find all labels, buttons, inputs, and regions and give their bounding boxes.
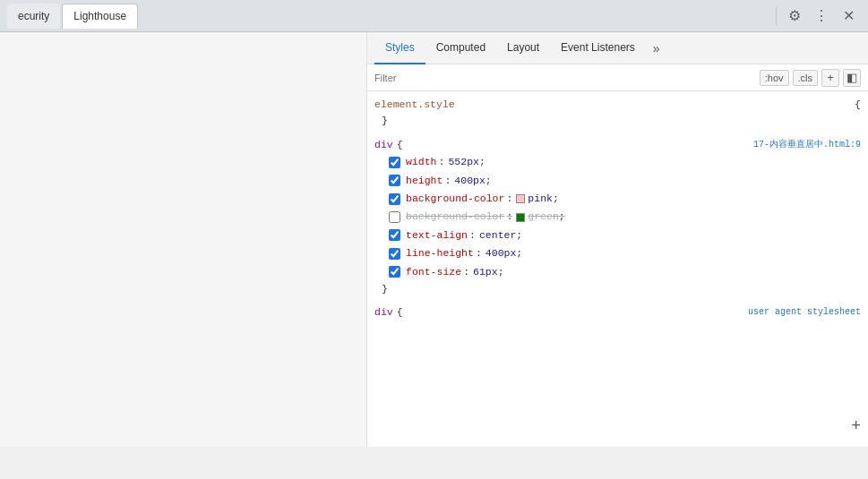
div-rule-2-header: div { user agent stylesheet <box>374 304 861 321</box>
font-size-value: 61px <box>473 264 498 280</box>
devtools-panel: Styles Computed Layout Event Listeners »… <box>367 32 868 447</box>
left-panel <box>0 32 367 447</box>
text-align-checkbox[interactable] <box>389 229 400 241</box>
line-height-colon: : <box>476 245 482 261</box>
bg-color-pink-checkbox[interactable] <box>389 193 400 205</box>
tab-more[interactable]: » <box>646 32 667 64</box>
tab-lighthouse[interactable]: Lighthouse <box>62 4 138 29</box>
div-brace-open: { <box>397 137 403 153</box>
div-rule-header: div { 17-内容垂直居中.html:9 <box>374 137 861 153</box>
line-height-value: 400px <box>486 245 517 261</box>
tab-security[interactable]: ecurity <box>7 4 60 29</box>
close-icon: ✕ <box>843 7 855 24</box>
property-row-line-height: line-height : 400px ; <box>374 244 861 262</box>
div-rule-close: } <box>374 281 861 301</box>
div-rule-2-source[interactable]: user agent stylesheet <box>748 305 861 320</box>
main-content: Styles Computed Layout Event Listeners »… <box>0 32 868 447</box>
bg-color-green-colon: : <box>506 209 512 225</box>
bg-color-green-value: green <box>516 209 559 225</box>
tab-security-label: ecurity <box>18 10 49 22</box>
toolbar-divider <box>776 7 777 25</box>
width-semicolon: ; <box>479 154 486 170</box>
close-button[interactable]: ✕ <box>836 4 861 29</box>
text-align-colon: : <box>469 227 476 244</box>
hov-button[interactable]: :hov <box>760 70 789 86</box>
height-prop-value: 400px <box>454 173 486 189</box>
more-tabs-icon: » <box>653 41 660 56</box>
green-color-swatch <box>516 213 525 222</box>
element-style-selector: element.style <box>374 97 455 113</box>
styles-content: element.style { } div { 17-内容垂直居中.html:9 <box>367 91 868 447</box>
font-size-name: font-size <box>406 264 461 280</box>
height-checkbox[interactable] <box>389 175 400 186</box>
width-prop-name: width <box>406 154 437 170</box>
toggle-button[interactable]: ◧ <box>843 69 861 87</box>
element-style-header: element.style { <box>374 97 861 113</box>
font-size-colon: : <box>463 264 469 280</box>
devtools-tabs: Styles Computed Layout Event Listeners » <box>367 32 868 64</box>
bg-color-pink-semicolon: ; <box>553 191 559 207</box>
width-checkbox[interactable] <box>389 157 400 168</box>
width-prop-value: 552px <box>448 154 479 170</box>
filter-input[interactable] <box>374 73 760 83</box>
hov-label: :hov <box>765 73 784 83</box>
tab-computed[interactable]: Computed <box>425 32 496 64</box>
height-colon: : <box>444 173 451 189</box>
bg-color-pink-colon: : <box>506 191 512 207</box>
more-icon: ⋮ <box>814 7 829 24</box>
tab-styles-label: Styles <box>385 41 415 54</box>
left-panel-content <box>0 32 366 447</box>
pink-color-swatch <box>516 194 525 203</box>
add-rule-button[interactable]: + <box>851 414 861 440</box>
filter-buttons: :hov .cls + ◧ <box>760 69 861 87</box>
property-row-width: width : 552px ; <box>374 153 861 171</box>
line-height-semicolon: ; <box>516 245 522 261</box>
bg-color-green-name: background-color <box>406 209 504 225</box>
div-rule-2: div { user agent stylesheet <box>367 303 868 322</box>
div-selector-2: div <box>374 304 393 321</box>
property-row-text-align: text-align : center ; <box>374 227 861 244</box>
line-height-checkbox[interactable] <box>389 248 400 260</box>
element-style-rule: element.style { } <box>367 95 868 135</box>
tab-styles[interactable]: Styles <box>374 32 425 64</box>
div-rule-source[interactable]: 17-内容垂直居中.html:9 <box>753 138 861 152</box>
font-size-checkbox[interactable] <box>389 266 400 278</box>
text-align-semicolon: ; <box>516 227 522 244</box>
div-selector: div <box>374 137 393 153</box>
filter-bar: :hov .cls + ◧ <box>367 64 868 91</box>
property-row-height: height : 400px ; <box>374 172 861 190</box>
bg-color-green-checkbox[interactable] <box>389 211 400 223</box>
tab-layout-label: Layout <box>507 41 539 54</box>
add-style-button[interactable]: + <box>821 69 839 87</box>
bg-color-pink-value: pink <box>516 191 553 207</box>
property-row-bg-color-pink: background-color : pink ; <box>374 190 861 208</box>
line-height-name: line-height <box>406 245 474 261</box>
div-brace-open-2: { <box>397 304 403 321</box>
bg-color-green-semicolon: ; <box>559 209 565 225</box>
element-style-close: } <box>374 113 861 133</box>
tab-event-listeners-label: Event Listeners <box>561 41 635 54</box>
toggle-icon: ◧ <box>847 71 857 84</box>
height-prop-name: height <box>406 173 443 189</box>
text-align-value: center <box>479 227 516 244</box>
add-icon: + <box>827 71 834 84</box>
tab-event-listeners[interactable]: Event Listeners <box>550 32 646 64</box>
text-align-name: text-align <box>406 227 468 244</box>
div-rule: div { 17-内容垂直居中.html:9 width : 552px ; <box>367 135 868 304</box>
bg-color-pink-name: background-color <box>406 191 504 207</box>
property-row-font-size: font-size : 61px ; <box>374 263 861 281</box>
tab-lighthouse-label: Lighthouse <box>73 10 126 22</box>
width-colon: : <box>439 154 445 170</box>
height-semicolon: ; <box>486 173 492 189</box>
property-row-bg-color-green: background-color : green ; <box>374 208 861 226</box>
settings-button[interactable]: ⚙ <box>782 4 807 29</box>
element-style-brace: { <box>855 97 861 113</box>
font-size-semicolon: ; <box>498 264 504 280</box>
settings-icon: ⚙ <box>788 7 801 24</box>
tab-layout[interactable]: Layout <box>496 32 550 64</box>
cls-label: .cls <box>798 73 813 83</box>
tab-computed-label: Computed <box>436 41 486 54</box>
cls-button[interactable]: .cls <box>793 70 819 86</box>
tab-bar: ecurity Lighthouse ⚙ ⋮ ✕ <box>0 0 868 32</box>
more-button[interactable]: ⋮ <box>809 4 834 29</box>
